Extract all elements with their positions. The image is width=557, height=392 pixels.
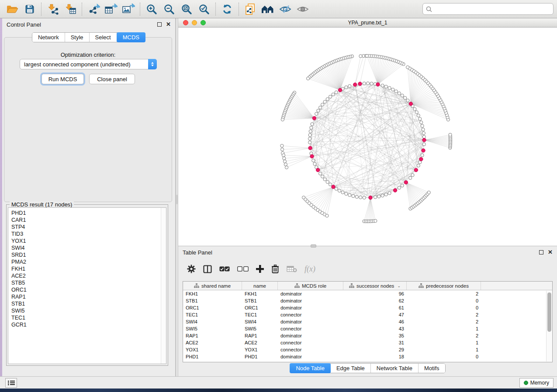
memory-label: Memory bbox=[530, 380, 549, 386]
network-window-titlebar[interactable]: YPA_prune.txt_1 bbox=[178, 18, 557, 28]
mcds-result-item[interactable]: PMA2 bbox=[11, 258, 166, 265]
search-field[interactable] bbox=[422, 3, 554, 15]
settings-gear-icon[interactable] bbox=[187, 265, 196, 273]
mcds-result-item[interactable]: RAP1 bbox=[11, 293, 166, 300]
horizontal-splitter-handle[interactable] bbox=[311, 244, 316, 248]
tab-motifs[interactable]: Motifs bbox=[419, 364, 445, 373]
select-all-icon[interactable] bbox=[219, 266, 230, 272]
tab-style[interactable]: Style bbox=[65, 33, 90, 42]
sort-indicator-icon: ⌄ bbox=[397, 284, 401, 288]
hide-selection-icon[interactable] bbox=[277, 2, 294, 17]
cell-successor-nodes: 47 bbox=[343, 312, 407, 317]
tab-select[interactable]: Select bbox=[90, 33, 117, 42]
tab-node-table[interactable]: Node Table bbox=[290, 363, 331, 373]
zoom-in-icon[interactable] bbox=[143, 2, 160, 17]
fit-content-icon[interactable] bbox=[178, 2, 195, 17]
add-row-icon[interactable] bbox=[256, 265, 264, 273]
cell-shared-name: ACE2 bbox=[183, 340, 242, 345]
table-scrollbar-thumb[interactable] bbox=[547, 292, 551, 332]
mcds-result-item[interactable]: ACE2 bbox=[11, 272, 166, 279]
control-panel-tabs: NetworkStyleSelectMCDS bbox=[2, 32, 175, 42]
column-header-successor-nodes[interactable]: successor nodes⌄ bbox=[343, 282, 407, 290]
mcds-result-item[interactable]: STB1 bbox=[11, 300, 166, 307]
export-network-icon[interactable] bbox=[85, 2, 102, 17]
export-image-icon[interactable] bbox=[120, 2, 137, 17]
mcds-result-item[interactable]: FKH1 bbox=[11, 265, 166, 272]
mcds-result-item[interactable]: SRD1 bbox=[11, 251, 166, 258]
mcds-result-item[interactable]: CAR1 bbox=[11, 217, 166, 224]
cell-MCDS-role: dominator bbox=[278, 305, 343, 310]
save-icon[interactable] bbox=[21, 2, 38, 17]
import-network-icon[interactable] bbox=[44, 2, 62, 17]
memory-button[interactable]: Memory bbox=[519, 378, 554, 388]
table-row[interactable]: STB1STB1dominator620 bbox=[183, 297, 552, 304]
tab-network[interactable]: Network bbox=[32, 33, 65, 42]
cell-name: TEC1 bbox=[242, 312, 278, 317]
new-network-from-selection-icon[interactable] bbox=[242, 2, 259, 17]
tab-network-table[interactable]: Network Table bbox=[371, 364, 419, 373]
search-icon bbox=[426, 6, 432, 12]
task-history-button[interactable] bbox=[5, 378, 17, 388]
table-row[interactable]: ACE2ACE2connector311 bbox=[183, 339, 552, 346]
function-builder-icon[interactable]: f(x) bbox=[304, 265, 315, 274]
table-row[interactable]: SWI5SWI5connector431 bbox=[183, 325, 552, 332]
show-all-icon[interactable] bbox=[294, 2, 311, 17]
table-row[interactable]: ORC1ORC1dominator610 bbox=[183, 304, 552, 311]
cell-predecessor-nodes: 0 bbox=[407, 354, 481, 359]
clear-table-icon[interactable] bbox=[287, 265, 297, 272]
table-scrollbar[interactable] bbox=[546, 291, 552, 361]
delete-row-icon[interactable] bbox=[271, 265, 279, 273]
criterion-dropdown[interactable]: largest connected component (undirected) bbox=[20, 59, 157, 69]
mcds-result-item[interactable]: YOX1 bbox=[11, 237, 166, 244]
mcds-result-item[interactable]: GCR1 bbox=[11, 321, 166, 328]
run-mcds-button[interactable]: Run MCDS bbox=[42, 74, 84, 84]
mcds-result-item[interactable]: PHD1 bbox=[11, 210, 166, 217]
table-row[interactable]: YOX1YOX1connector291 bbox=[183, 346, 552, 353]
mcds-result-item[interactable]: STB5 bbox=[11, 279, 166, 286]
mcds-result-item[interactable]: TEC1 bbox=[11, 314, 166, 321]
column-header-predecessor-nodes[interactable]: predecessor nodes bbox=[407, 282, 481, 290]
mcds-result-list[interactable]: PHD1CAR1STP4TID3YOX1SWI4SRD1PMA2FKH1ACE2… bbox=[8, 207, 166, 364]
splitter-handle[interactable] bbox=[176, 195, 178, 204]
close-panel-button[interactable]: Close panel bbox=[89, 74, 135, 84]
table-row[interactable]: TEC1TEC1connector472 bbox=[183, 311, 552, 318]
column-header-name[interactable]: name bbox=[242, 282, 278, 290]
table-row[interactable]: RAP1RAP1dominator352 bbox=[183, 332, 552, 339]
network-canvas[interactable] bbox=[178, 28, 557, 245]
mcds-list-scrollbar[interactable] bbox=[161, 208, 166, 364]
cell-MCDS-role: connector bbox=[278, 326, 343, 331]
search-input[interactable] bbox=[434, 6, 553, 12]
node-table[interactable]: shared namenameMCDS rolesuccessor nodes⌄… bbox=[183, 281, 553, 362]
control-panel-title: Control Panel bbox=[7, 21, 41, 28]
mcds-result-item[interactable]: STP4 bbox=[11, 224, 166, 230]
refresh-icon[interactable] bbox=[218, 2, 236, 17]
tab-edge-table[interactable]: Edge Table bbox=[331, 364, 371, 373]
mcds-result-item[interactable]: SWI4 bbox=[11, 244, 166, 251]
main-toolbar bbox=[0, 0, 557, 18]
table-row[interactable]: FKH1FKH1dominator962 bbox=[183, 290, 552, 297]
node-table-header[interactable]: shared namenameMCDS rolesuccessor nodes⌄… bbox=[183, 282, 552, 290]
column-header-shared-name[interactable]: shared name bbox=[183, 282, 242, 290]
toggle-columns-icon[interactable] bbox=[203, 265, 212, 273]
export-table-icon[interactable] bbox=[102, 2, 120, 17]
mcds-result-item[interactable]: SWI5 bbox=[11, 307, 166, 314]
control-panel: Control Panel ✕ NetworkStyleSelectMCDS O… bbox=[2, 18, 176, 376]
column-header-MCDS-role[interactable]: MCDS role bbox=[278, 282, 343, 290]
deselect-all-icon[interactable] bbox=[237, 266, 249, 272]
float-panel-icon[interactable] bbox=[539, 250, 543, 254]
table-row[interactable]: PHD1PHD1dominator180 bbox=[183, 353, 552, 360]
first-neighbors-icon[interactable] bbox=[259, 2, 277, 17]
cell-successor-nodes: 96 bbox=[343, 291, 407, 296]
import-table-icon[interactable] bbox=[62, 2, 79, 17]
mcds-result-item[interactable]: ORC1 bbox=[11, 286, 166, 293]
fit-selected-icon[interactable] bbox=[195, 2, 213, 17]
float-panel-icon[interactable] bbox=[157, 22, 162, 27]
zoom-out-icon[interactable] bbox=[160, 2, 178, 17]
close-panel-icon[interactable]: ✕ bbox=[166, 22, 171, 27]
tab-mcds[interactable]: MCDS bbox=[117, 32, 145, 42]
cell-predecessor-nodes: 1 bbox=[407, 340, 481, 345]
close-panel-icon[interactable]: ✕ bbox=[548, 250, 553, 254]
table-row[interactable]: SWI4SWI4dominator462 bbox=[183, 318, 552, 325]
mcds-result-item[interactable]: TID3 bbox=[11, 230, 166, 237]
open-folder-icon[interactable] bbox=[3, 2, 21, 17]
